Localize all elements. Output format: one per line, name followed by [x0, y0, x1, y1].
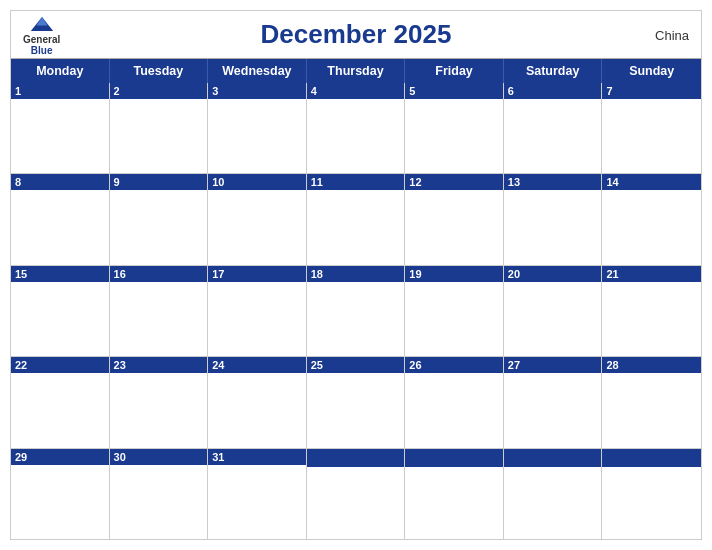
day-cell-22: 22	[11, 357, 110, 447]
day-cell-1: 1	[11, 83, 110, 173]
weeks-container: 1 2 3 4 5 6 7 8 9 10 11 12 13 14 15 16	[11, 83, 701, 539]
day-cell-8: 8	[11, 174, 110, 264]
week-row-3: 15 16 17 18 19 20 21	[11, 266, 701, 357]
day-cell-empty-4	[602, 449, 701, 539]
day-cell-9: 9	[110, 174, 209, 264]
day-cell-2: 2	[110, 83, 209, 173]
day-cell-30: 30	[110, 449, 209, 539]
day-cell-3: 3	[208, 83, 307, 173]
week-row-4: 22 23 24 25 26 27 28	[11, 357, 701, 448]
logo: General Blue	[23, 14, 60, 56]
calendar: General Blue December 2025 China Monday …	[10, 10, 702, 540]
header-tuesday: Tuesday	[110, 59, 209, 83]
day-cell-14: 14	[602, 174, 701, 264]
logo-blue-text: Blue	[31, 45, 53, 56]
day-cell-13: 13	[504, 174, 603, 264]
day-cell-20: 20	[504, 266, 603, 356]
logo-general-text: General	[23, 34, 60, 45]
day-cell-29: 29	[11, 449, 110, 539]
day-cell-empty-1	[307, 449, 406, 539]
day-cell-5: 5	[405, 83, 504, 173]
week-row-1: 1 2 3 4 5 6 7	[11, 83, 701, 174]
day-cell-28: 28	[602, 357, 701, 447]
day-cell-10: 10	[208, 174, 307, 264]
day-cell-7: 7	[602, 83, 701, 173]
day-cell-empty-2	[405, 449, 504, 539]
day-cell-18: 18	[307, 266, 406, 356]
day-cell-27: 27	[504, 357, 603, 447]
calendar-grid: Monday Tuesday Wednesday Thursday Friday…	[11, 58, 701, 539]
country-label: China	[655, 27, 689, 42]
day-cell-17: 17	[208, 266, 307, 356]
day-cell-19: 19	[405, 266, 504, 356]
calendar-header: General Blue December 2025 China	[11, 11, 701, 58]
header-wednesday: Wednesday	[208, 59, 307, 83]
day-cell-15: 15	[11, 266, 110, 356]
header-friday: Friday	[405, 59, 504, 83]
day-cell-16: 16	[110, 266, 209, 356]
day-cell-26: 26	[405, 357, 504, 447]
header-sunday: Sunday	[602, 59, 701, 83]
day-cell-24: 24	[208, 357, 307, 447]
day-cell-31: 31	[208, 449, 307, 539]
header-monday: Monday	[11, 59, 110, 83]
day-cell-21: 21	[602, 266, 701, 356]
day-cell-4: 4	[307, 83, 406, 173]
logo-icon	[28, 14, 56, 34]
day-cell-empty-3	[504, 449, 603, 539]
day-cell-11: 11	[307, 174, 406, 264]
day-cell-6: 6	[504, 83, 603, 173]
week-row-5: 29 30 31	[11, 449, 701, 539]
week-row-2: 8 9 10 11 12 13 14	[11, 174, 701, 265]
header-thursday: Thursday	[307, 59, 406, 83]
day-cell-25: 25	[307, 357, 406, 447]
day-cell-12: 12	[405, 174, 504, 264]
day-cell-23: 23	[110, 357, 209, 447]
header-saturday: Saturday	[504, 59, 603, 83]
calendar-title: December 2025	[261, 19, 452, 50]
day-headers: Monday Tuesday Wednesday Thursday Friday…	[11, 59, 701, 83]
